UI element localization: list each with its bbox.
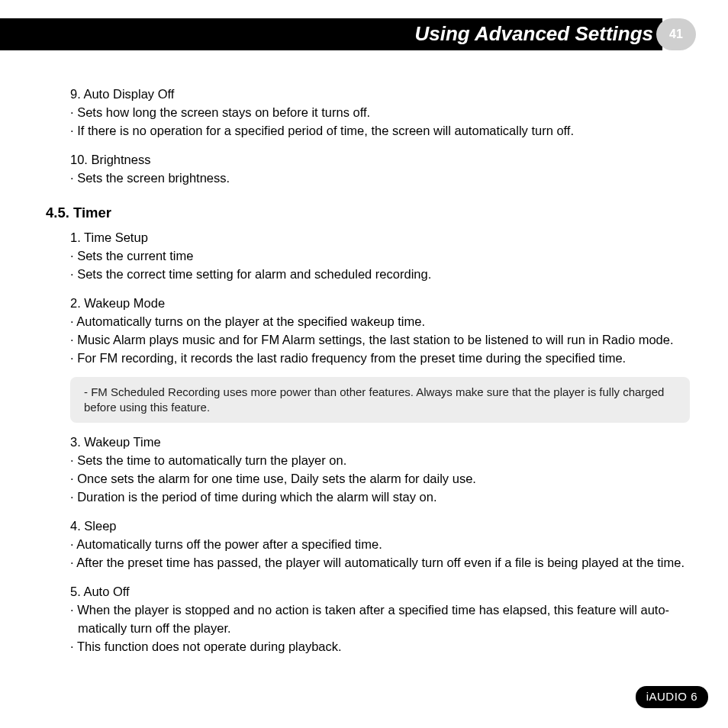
item-bullet: Automatically turns off the power after … [70,536,690,554]
footer-badge-text: iAUDIO 6 [646,690,697,703]
item-title: 2. Wakeup Mode [70,295,690,313]
item-title: 3. Wakeup Time [70,433,690,452]
page-content: 9. Auto Display Off Sets how long the sc… [0,66,728,656]
item-title: 9. Auto Display Off [70,85,690,104]
item-bullet: If there is no operation for a specified… [70,122,690,140]
item-title: 4. Sleep [70,517,690,536]
setting-item: 2. Wakeup Mode Automatically turns on th… [70,295,690,368]
page-number-badge: 41 [656,18,696,50]
setting-item: 1. Time Setup Sets the current time Sets… [70,229,690,284]
section-heading: 4.5. Timer [46,203,690,224]
page-number: 41 [669,25,683,43]
footer-product-badge: iAUDIO 6 [636,686,708,708]
item-bullet: Sets how long the screen stays on before… [70,104,690,122]
setting-item: 9. Auto Display Off Sets how long the sc… [70,85,690,140]
item-bullet: When the player is stopped and no action… [70,601,690,638]
item-bullet: Sets the current time [70,247,690,266]
page-header: Using Advanced Settings 41 [0,18,728,66]
setting-item: 5. Auto Off When the player is stopped a… [70,583,690,656]
item-bullet: For FM recording, it records the last ra… [70,350,690,368]
header-title-bar: Using Advanced Settings [0,18,662,50]
item-bullet: Music Alarm plays music and for FM Alarm… [70,331,690,350]
note-box: - FM Scheduled Recording uses more power… [70,377,690,424]
item-bullet: This function does not operate during pl… [70,638,690,656]
item-title: 5. Auto Off [70,583,690,601]
item-title: 10. Brightness [70,151,690,169]
item-bullet: Sets the time to automatically turn the … [70,452,690,470]
setting-item: 10. Brightness Sets the screen brightnes… [70,151,690,188]
setting-item: 4. Sleep Automatically turns off the pow… [70,517,690,572]
item-title: 1. Time Setup [70,229,690,247]
item-bullet: Duration is the period of time during wh… [70,488,690,507]
item-bullet: Automatically turns on the player at the… [70,313,690,331]
item-bullet: Once sets the alarm for one time use, Da… [70,470,690,488]
item-bullet: Sets the correct time setting for alarm … [70,266,690,284]
setting-item: 3. Wakeup Time Sets the time to automati… [70,433,690,507]
item-bullet: After the preset time has passed, the pl… [70,554,690,572]
header-title: Using Advanced Settings [414,20,653,49]
item-bullet: Sets the screen brightness. [70,169,690,188]
